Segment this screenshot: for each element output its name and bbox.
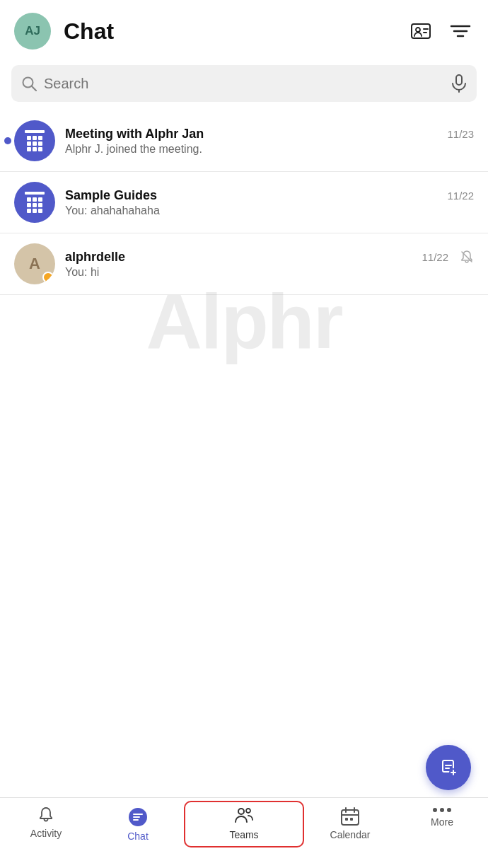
page-title: Chat bbox=[64, 18, 407, 45]
muted-icon bbox=[460, 250, 474, 264]
avatar[interactable]: AJ bbox=[14, 13, 51, 50]
chat-time: 11/22 bbox=[447, 190, 474, 202]
svg-line-8 bbox=[32, 86, 36, 91]
svg-point-19 bbox=[246, 809, 250, 813]
chat-time: 11/22 bbox=[422, 251, 448, 263]
nav-label-teams: Teams bbox=[229, 829, 258, 840]
svg-point-1 bbox=[416, 28, 420, 32]
unread-dot bbox=[4, 137, 11, 144]
online-badge bbox=[42, 272, 54, 283]
chat-list: Meeting with Alphr Jan 11/23 Alphr J. jo… bbox=[0, 110, 488, 295]
header: AJ Chat bbox=[0, 0, 488, 59]
new-chat-fab[interactable] bbox=[426, 745, 471, 790]
teams-icon bbox=[233, 806, 255, 826]
chat-avatar: A bbox=[14, 243, 55, 284]
filter-button[interactable] bbox=[447, 18, 474, 45]
nav-label-calendar: Calendar bbox=[330, 829, 371, 840]
chat-bubble-icon bbox=[127, 806, 149, 828]
svg-rect-25 bbox=[350, 818, 353, 821]
search-bar[interactable] bbox=[11, 65, 477, 102]
chat-content: Sample Guides 11/22 You: ahahahahaha bbox=[65, 188, 474, 217]
nav-label-chat: Chat bbox=[127, 831, 149, 842]
svg-point-26 bbox=[433, 808, 437, 812]
chat-name: Sample Guides bbox=[65, 188, 157, 203]
contact-card-button[interactable] bbox=[407, 18, 434, 45]
chat-preview: You: ahahahahaha bbox=[65, 204, 474, 217]
ellipsis-icon bbox=[432, 806, 452, 814]
chat-item-meeting-alphr-jan[interactable]: Meeting with Alphr Jan 11/23 Alphr J. jo… bbox=[0, 110, 488, 172]
header-icons bbox=[407, 18, 474, 45]
nav-item-activity[interactable]: Activity bbox=[0, 806, 92, 839]
chat-time: 11/23 bbox=[447, 128, 474, 140]
chat-name: Meeting with Alphr Jan bbox=[65, 127, 204, 141]
microphone-icon[interactable] bbox=[451, 74, 467, 93]
chat-preview: Alphr J. joined the meeting. bbox=[65, 143, 474, 156]
svg-point-28 bbox=[447, 808, 451, 812]
svg-point-27 bbox=[440, 808, 444, 812]
nav-label-more: More bbox=[431, 816, 453, 828]
search-input[interactable] bbox=[44, 76, 446, 92]
chat-item-alphrdelle[interactable]: A alphrdelle 11/22 You: hi bbox=[0, 233, 488, 295]
nav-item-more[interactable]: More bbox=[396, 806, 488, 828]
chat-preview: You: hi bbox=[65, 266, 474, 279]
bell-icon bbox=[37, 806, 55, 825]
chat-name: alphrdelle bbox=[65, 250, 125, 265]
nav-item-chat[interactable]: Chat bbox=[92, 806, 184, 842]
svg-rect-9 bbox=[456, 75, 462, 85]
chat-avatar bbox=[14, 182, 55, 223]
svg-rect-24 bbox=[345, 818, 348, 821]
bottom-nav: Activity Chat Teams bbox=[0, 797, 488, 868]
nav-item-calendar[interactable]: Calendar bbox=[304, 806, 396, 840]
calendar-icon bbox=[340, 806, 360, 826]
svg-rect-20 bbox=[342, 810, 359, 825]
svg-point-18 bbox=[238, 809, 244, 814]
chat-content: alphrdelle 11/22 You: hi bbox=[65, 250, 474, 279]
chat-item-sample-guides[interactable]: Sample Guides 11/22 You: ahahahahaha bbox=[0, 172, 488, 233]
nav-item-teams[interactable]: Teams bbox=[184, 801, 304, 847]
nav-label-activity: Activity bbox=[30, 828, 62, 839]
chat-content: Meeting with Alphr Jan 11/23 Alphr J. jo… bbox=[65, 127, 474, 156]
chat-avatar bbox=[14, 120, 55, 161]
search-icon bbox=[21, 76, 37, 91]
